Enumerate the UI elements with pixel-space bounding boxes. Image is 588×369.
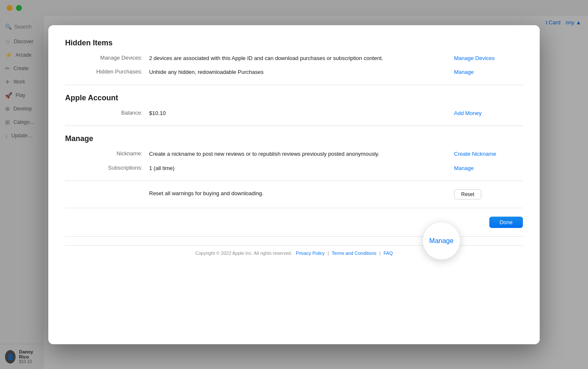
manage-devices-value: 2 devices are associated with this Apple… xyxy=(149,54,447,63)
subscriptions-action: Manage xyxy=(447,164,523,172)
manage-devices-row: Manage Devices: 2 devices are associated… xyxy=(65,54,523,63)
modal-overlay: Hidden Items Manage Devices: 2 devices a… xyxy=(0,0,588,369)
subscriptions-manage-button[interactable]: Manage xyxy=(454,165,474,171)
hidden-purchases-button[interactable]: Manage xyxy=(454,69,474,75)
reset-button[interactable]: Reset xyxy=(454,189,481,199)
done-button[interactable]: Done xyxy=(489,217,523,228)
balance-value: $10.10 xyxy=(149,109,447,118)
nickname-row: Nickname: Create a nickname to post new … xyxy=(65,150,523,158)
nickname-action: Create Nickname xyxy=(447,150,523,157)
hidden-items-title: Hidden Items xyxy=(65,39,523,47)
divider-4 xyxy=(65,208,523,208)
balance-label: Balance: xyxy=(65,109,149,116)
create-nickname-button[interactable]: Create Nickname xyxy=(454,151,496,157)
modal-body: Hidden Items Manage Devices: 2 devices a… xyxy=(65,39,523,331)
balance-row: Balance: $10.10 Add Money xyxy=(65,109,523,118)
faq-link[interactable]: FAQ xyxy=(383,251,393,256)
subscriptions-label: Subscriptions: xyxy=(65,164,149,171)
hidden-items-section: Hidden Items Manage Devices: 2 devices a… xyxy=(65,39,523,76)
reset-action: Reset xyxy=(447,189,523,199)
divider-1 xyxy=(65,85,523,85)
privacy-policy-link[interactable]: Privacy Policy xyxy=(296,251,325,256)
nickname-value: Create a nickname to post new reviews or… xyxy=(149,150,447,158)
apple-account-title: Apple Account xyxy=(65,94,523,102)
subscriptions-value: 1 (all time) xyxy=(149,164,447,173)
reset-label-empty xyxy=(65,189,149,190)
modal-dialog: Hidden Items Manage Devices: 2 devices a… xyxy=(48,25,540,344)
hidden-purchases-value: Unhide any hidden, redownloadable Purcha… xyxy=(149,68,447,76)
separator-1: | xyxy=(328,251,329,256)
manage-devices-button[interactable]: Manage Devices xyxy=(454,55,495,61)
apple-account-section: Apple Account Balance: $10.10 Add Money xyxy=(65,94,523,118)
divider-footer xyxy=(65,236,523,237)
copyright-text: Copyright © 2022 Apple Inc. All rights r… xyxy=(195,251,292,256)
hidden-purchases-action: Manage xyxy=(447,68,523,76)
divider-2 xyxy=(65,126,523,126)
modal-footer: Copyright © 2022 Apple Inc. All rights r… xyxy=(65,245,523,256)
manage-devices-label: Manage Devices: xyxy=(65,54,149,61)
subscriptions-row: Subscriptions: 1 (all time) Manage xyxy=(65,164,523,173)
separator-2: | xyxy=(379,251,381,256)
hidden-purchases-label: Hidden Purchases: xyxy=(65,68,149,75)
balance-action: Add Money xyxy=(447,109,523,117)
hidden-purchases-row: Hidden Purchases: Unhide any hidden, red… xyxy=(65,68,523,76)
reset-row: Reset all warnings for buying and downlo… xyxy=(65,189,523,199)
divider-3 xyxy=(65,181,523,181)
manage-section: Manage Nickname: Create a nickname to po… xyxy=(65,134,523,172)
manage-devices-action: Manage Devices xyxy=(447,54,523,62)
add-money-button[interactable]: Add Money xyxy=(454,110,482,116)
nickname-label: Nickname: xyxy=(65,150,149,157)
manage-title: Manage xyxy=(65,134,523,143)
reset-value: Reset all warnings for buying and downlo… xyxy=(149,189,447,198)
done-button-area: Done xyxy=(65,217,523,228)
terms-link[interactable]: Terms and Conditions xyxy=(332,251,376,256)
